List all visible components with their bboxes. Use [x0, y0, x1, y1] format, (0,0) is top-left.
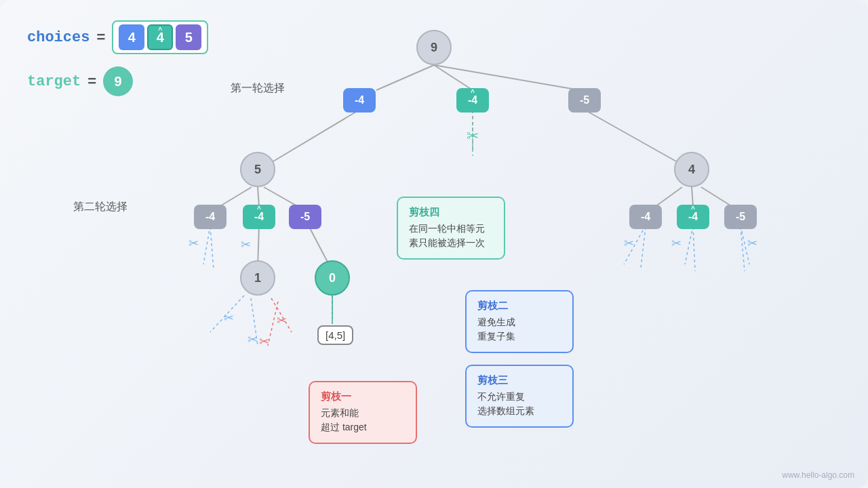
node-1: 1 [240, 260, 275, 296]
target-row: target = 9 [27, 66, 208, 96]
pruning1-text: 元素和能超过 target [321, 406, 405, 434]
scissors-r-teal: ✂ [671, 236, 682, 251]
node-0: 0 [315, 260, 350, 296]
node-root: 9 [416, 30, 452, 65]
target-value: 9 [103, 66, 133, 96]
edge-minus5-gray: -5 [568, 88, 601, 113]
svg-line-6 [219, 187, 252, 207]
pruning3-box: 剪枝三 不允许重复选择数组元素 [465, 365, 574, 428]
svg-line-24 [741, 227, 745, 271]
choices-array: 4 ^ 4 5 [112, 20, 208, 54]
choice-5-purple: 5 [176, 24, 201, 50]
svg-line-11 [701, 187, 732, 207]
pruning2-text: 避免生成重复子集 [477, 315, 561, 344]
svg-line-3 [273, 110, 359, 161]
scissors-pruning4: ✂ [467, 127, 479, 145]
svg-line-10 [692, 187, 693, 207]
result-box: [4,5] [317, 325, 353, 345]
pruning1-box: 剪枝一 元素和能超过 target [309, 381, 417, 444]
choices-equals: = [96, 28, 105, 46]
svg-line-0 [376, 65, 434, 90]
svg-line-2 [434, 65, 580, 90]
edge-minus4-gray-r: -4 [629, 205, 662, 229]
scissors-red-a: ✂ [277, 313, 287, 328]
svg-line-7 [258, 187, 259, 207]
choices-row: choices = 4 ^ 4 5 [27, 20, 208, 54]
scissors-l-teal: ✂ [241, 237, 251, 252]
choice-4-teal: ^ 4 [147, 24, 173, 50]
scissors-red-b: ✂ [259, 334, 269, 349]
scissors-n1-b: ✂ [248, 332, 258, 347]
round-label-2: 第二轮选择 [73, 200, 127, 214]
choice-4-blue-wrapper: 4 [119, 24, 144, 50]
scissors-n1-a: ✂ [224, 310, 234, 325]
edge-minus4-teal-l: ^ -4 [243, 205, 275, 229]
target-label: target [27, 73, 81, 90]
round-label-1: 第一轮选择 [231, 81, 285, 96]
watermark: www.hello-algo.com [782, 470, 854, 480]
choice-4-blue: 4 [119, 24, 144, 50]
edge-minus4-gray-l: -4 [194, 205, 226, 229]
edge-minus4-hat: ^ -4 [456, 88, 489, 113]
choice-4-teal-wrapper: ^ 4 [147, 24, 173, 50]
node-4-right: 4 [674, 152, 709, 187]
edge-minus5-gray-r: -5 [724, 205, 757, 229]
pruning2-box: 剪枝二 避免生成重复子集 [465, 290, 574, 353]
node-5: 5 [240, 152, 275, 187]
choices-label: choices [27, 29, 90, 46]
edge-minus4-blue: -4 [343, 88, 376, 113]
edge-minus4-teal-r: ^ -4 [677, 205, 709, 229]
pruning1-title: 剪枝一 [321, 390, 405, 403]
svg-line-27 [210, 227, 214, 270]
main-container: choices = 4 ^ 4 5 target = 9 [0, 0, 868, 488]
scissors-l-gray: ✂ [189, 236, 199, 251]
svg-line-5 [585, 110, 676, 161]
svg-line-26 [203, 226, 210, 264]
svg-line-8 [264, 187, 298, 207]
pruning3-text: 不允许重复选择数组元素 [477, 390, 561, 418]
scissors-r-gray2: ✂ [747, 236, 757, 251]
svg-line-22 [693, 227, 695, 271]
pruning2-title: 剪枝二 [477, 300, 561, 312]
target-equals: = [87, 73, 96, 90]
svg-line-21 [685, 226, 693, 264]
svg-line-20 [641, 227, 646, 268]
header-section: choices = 4 ^ 4 5 target = 9 [27, 20, 208, 96]
scissors-r-gray: ✂ [624, 236, 634, 251]
pruning4-title: 剪枝四 [409, 206, 493, 219]
pruning3-title: 剪枝三 [477, 374, 561, 387]
pruning4-box: 剪枝四 在同一轮中相等元素只能被选择一次 [397, 197, 505, 260]
svg-line-9 [655, 187, 682, 207]
pruning4-text: 在同一轮中相等元素只能被选择一次 [409, 222, 493, 250]
choice-5-purple-wrapper: 5 [176, 24, 201, 50]
edge-minus5-purple: -5 [289, 205, 321, 229]
svg-line-1 [434, 65, 473, 90]
